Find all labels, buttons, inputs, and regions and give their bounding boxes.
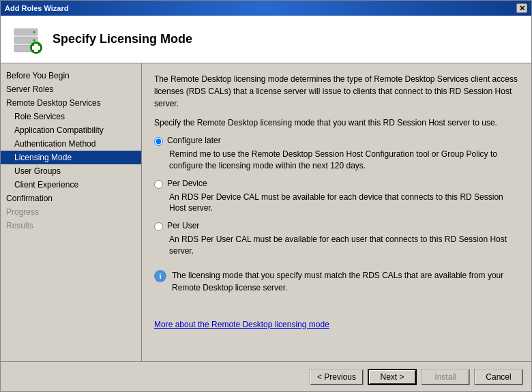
radio-desc-per-device: An RDS Per Device CAL must be available … <box>169 192 519 215</box>
sidebar-item-before-you-begin[interactable]: Before You Begin <box>1 69 141 82</box>
sidebar-item-role-services[interactable]: Role Services <box>1 110 141 123</box>
sidebar-item-licensing-mode[interactable]: Licensing Mode <box>1 151 141 164</box>
radio-per-device[interactable] <box>154 180 163 189</box>
title-bar: Add Roles Wizard ✕ <box>1 1 531 16</box>
info-box: i The licensing mode that you specify mu… <box>154 267 519 297</box>
radio-label-per-device[interactable]: Per Device <box>167 179 207 188</box>
svg-rect-8 <box>32 46 40 50</box>
svg-point-3 <box>33 31 35 33</box>
link-area: More about the Remote Desktop licensing … <box>154 313 519 329</box>
radio-option-per-user[interactable]: Per User <box>154 221 519 231</box>
next-button[interactable]: Next > <box>368 369 417 385</box>
wizard-window: Add Roles Wizard ✕ Specify Licensing Mod… <box>0 0 532 392</box>
sidebar-item-client-experience[interactable]: Client Experience <box>1 178 141 192</box>
intro-para-1: The Remote Desktop licensing mode determ… <box>154 73 519 110</box>
radio-desc-configure-later: Remind me to use the Remote Desktop Sess… <box>169 149 519 172</box>
previous-button[interactable]: < Previous <box>310 369 364 385</box>
cancel-button[interactable]: Cancel <box>474 369 523 385</box>
sidebar-item-progress: Progress <box>1 205 141 219</box>
sidebar-item-confirmation[interactable]: Confirmation <box>1 192 141 205</box>
footer: < Previous Next > Install Cancel <box>1 361 531 391</box>
radio-label-per-user[interactable]: Per User <box>167 221 199 230</box>
sidebar-item-authentication-method[interactable]: Authentication Method <box>1 137 141 151</box>
svg-point-4 <box>33 39 35 41</box>
page-title: Specify Licensing Mode <box>53 32 192 46</box>
radio-configure-later[interactable] <box>154 137 163 146</box>
install-button[interactable]: Install <box>421 369 470 385</box>
sidebar: Before You BeginServer RolesRemote Deskt… <box>1 63 142 361</box>
info-icon: i <box>154 270 166 282</box>
header-banner: Specify Licensing Mode <box>1 16 531 63</box>
server-add-icon <box>12 23 44 56</box>
radio-option-configure-later[interactable]: Configure later <box>154 136 519 146</box>
content-area: Before You BeginServer RolesRemote Deskt… <box>1 63 531 361</box>
radio-label-configure-later[interactable]: Configure later <box>167 136 221 145</box>
sidebar-item-application-compatibility[interactable]: Application Compatibility <box>1 123 141 137</box>
main-content: The Remote Desktop licensing mode determ… <box>142 63 531 361</box>
radio-per-user[interactable] <box>154 222 163 231</box>
info-text: The licensing mode that you specify must… <box>172 269 519 294</box>
more-info-link[interactable]: More about the Remote Desktop licensing … <box>154 320 329 329</box>
sidebar-item-results: Results <box>1 219 141 232</box>
sidebar-item-user-groups[interactable]: User Groups <box>1 164 141 178</box>
intro-para-2: Specify the Remote Desktop licensing mod… <box>154 117 519 129</box>
close-button[interactable]: ✕ <box>516 3 527 13</box>
sidebar-item-server-roles[interactable]: Server Roles <box>1 82 141 96</box>
sidebar-item-remote-desktop-services[interactable]: Remote Desktop Services <box>1 96 141 110</box>
radio-desc-per-user: An RDS Per User CAL must be available fo… <box>169 234 519 257</box>
window-title: Add Roles Wizard <box>5 4 68 12</box>
radio-option-per-device[interactable]: Per Device <box>154 179 519 189</box>
